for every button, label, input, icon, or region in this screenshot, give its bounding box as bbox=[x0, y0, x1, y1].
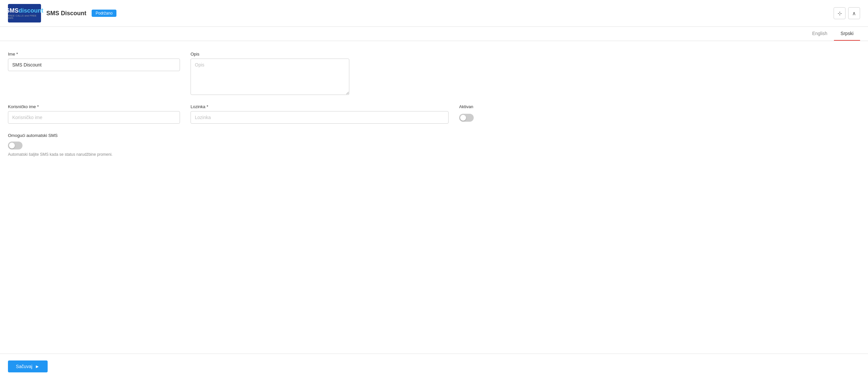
auto-sms-toggle[interactable] bbox=[8, 141, 23, 150]
save-label: Sačuvaj bbox=[16, 364, 32, 369]
header-right: ⊹ ∧ bbox=[834, 7, 860, 19]
header-left: SMSdiscount FREE CALLS and FREE SMS SMS … bbox=[8, 4, 117, 23]
logo-text: SMSdiscount bbox=[6, 7, 43, 14]
korisnicko-input[interactable] bbox=[8, 111, 180, 124]
collapse-button[interactable]: ∧ bbox=[848, 7, 860, 19]
form-content: Ime * Opis Korisničko ime * Lozinka * Ak… bbox=[0, 41, 868, 353]
header: SMSdiscount FREE CALLS and FREE SMS SMS … bbox=[0, 0, 868, 27]
row-ime-opis: Ime * Opis bbox=[8, 52, 860, 95]
ime-label: Ime * bbox=[8, 52, 180, 57]
auto-sms-section: Omogući automatski SMS Automatski šaljit… bbox=[8, 133, 860, 157]
opis-textarea[interactable] bbox=[190, 59, 349, 95]
supported-badge: Podržano bbox=[92, 9, 117, 17]
auto-sms-label: Omogući automatski SMS bbox=[8, 133, 860, 138]
opis-label: Opis bbox=[190, 52, 349, 57]
logo: SMSdiscount FREE CALLS and FREE SMS bbox=[8, 4, 41, 23]
aktivan-toggle[interactable] bbox=[459, 114, 474, 122]
logo-sms: SMS bbox=[6, 7, 19, 14]
group-aktivan: Aktivan bbox=[459, 104, 474, 122]
aktivan-slider bbox=[459, 114, 474, 122]
aktivan-label: Aktivan bbox=[459, 104, 474, 109]
app-title: SMS Discount bbox=[46, 10, 86, 17]
move-button[interactable]: ⊹ bbox=[834, 7, 845, 19]
group-lozinka: Lozinka * bbox=[190, 104, 448, 124]
logo-discount: discount bbox=[19, 7, 43, 14]
footer: Sačuvaj ► bbox=[0, 353, 868, 379]
group-opis: Opis bbox=[190, 52, 349, 95]
auto-sms-description: Automatski šaljite SMS kada se status na… bbox=[8, 152, 860, 157]
ime-input[interactable] bbox=[8, 59, 180, 71]
row-korisnicko-lozinka-aktivan: Korisničko ime * Lozinka * Aktivan bbox=[8, 104, 860, 124]
send-icon: ► bbox=[35, 364, 40, 369]
collapse-icon: ∧ bbox=[852, 10, 856, 17]
auto-sms-slider bbox=[8, 141, 23, 150]
move-icon: ⊹ bbox=[838, 10, 842, 17]
lozinka-label: Lozinka * bbox=[190, 104, 448, 109]
tab-english[interactable]: English bbox=[805, 27, 834, 41]
korisnicko-label: Korisničko ime * bbox=[8, 104, 180, 109]
lozinka-input[interactable] bbox=[190, 111, 448, 124]
logo-subtitle: FREE CALLS and FREE SMS bbox=[8, 14, 41, 19]
language-tabs: English Srpski bbox=[0, 27, 868, 41]
tab-srpski[interactable]: Srpski bbox=[834, 27, 860, 41]
group-korisnicko: Korisničko ime * bbox=[8, 104, 180, 124]
group-ime: Ime * bbox=[8, 52, 180, 95]
save-button[interactable]: Sačuvaj ► bbox=[8, 360, 48, 372]
